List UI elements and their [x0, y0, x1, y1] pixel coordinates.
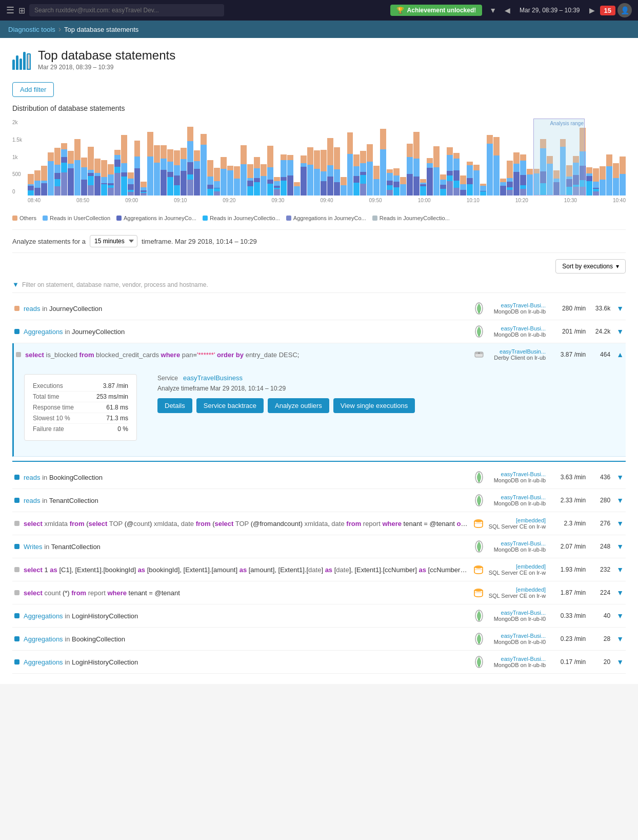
chart-bar — [353, 154, 360, 196]
chart-bar — [121, 135, 127, 196]
db-icon — [473, 325, 485, 338]
chevron-down-icon[interactable]: ▼ — [614, 565, 626, 574]
chart-bar — [147, 132, 153, 196]
legend-label: Reads in UserCollection — [50, 215, 110, 221]
chevron-up-icon[interactable]: ▲ — [614, 350, 626, 359]
chart-bar — [227, 166, 233, 196]
legend-color-dot — [203, 216, 208, 221]
statement-row[interactable]: select count (*) from report where tenan… — [12, 581, 626, 604]
time-range-display: Mar 29, 08:39 – 10:39 — [515, 7, 584, 14]
statement-row[interactable]: Aggregations in JourneyCollection easyTr… — [12, 320, 626, 343]
breadcrumb-parent[interactable]: Diagnostic tools — [8, 26, 55, 33]
details-button[interactable]: Details — [157, 398, 192, 413]
filter-icon: ▼ — [12, 281, 19, 288]
row-color-indicator — [14, 521, 19, 526]
execution-rate: 3.87 /min — [550, 351, 586, 358]
statement-row[interactable]: Aggregations in BookingCollection easyTr… — [12, 628, 626, 651]
user-avatar[interactable]: 👤 — [617, 3, 632, 17]
statement-row[interactable]: select xmldata from (select TOP (@count)… — [12, 512, 626, 535]
chevron-down-icon[interactable]: ▼ — [614, 473, 626, 481]
statement-row[interactable]: select is_blocked from blocked_credit_ca… — [12, 343, 626, 366]
row-color-indicator — [14, 636, 19, 641]
chart-bar — [134, 141, 141, 196]
chart-bar — [247, 164, 253, 196]
x-label: 10:30 — [564, 198, 577, 203]
legend-item: Others — [12, 215, 36, 221]
execution-rate: 3.63 /min — [550, 474, 586, 481]
slowest-value: 71.3 ms — [106, 415, 128, 422]
db-info: [embedded] SQL Server CE on lr-w — [489, 587, 546, 599]
statement-text: Writes in TenantCollection — [24, 543, 469, 551]
section-separator — [12, 461, 626, 462]
sort-filter-row: Sort by executions ▾ — [12, 259, 626, 274]
add-filter-button[interactable]: Add filter — [12, 82, 54, 97]
row-color-indicator — [14, 613, 19, 618]
service-backtrace-button[interactable]: Service backtrace — [196, 398, 264, 413]
legend-label: Others — [19, 215, 36, 221]
statement-row[interactable]: reads in BookingCollection easyTravel-Bu… — [12, 466, 626, 489]
total-time-label: Total time — [33, 393, 59, 400]
filter-icon-btn[interactable]: ▼ — [486, 4, 500, 16]
chevron-down-icon[interactable]: ▼ — [614, 612, 626, 620]
search-input[interactable] — [29, 4, 224, 16]
chart-bar — [540, 139, 546, 196]
db-name: [embedded] — [489, 517, 546, 523]
db-host: MongoDB on lr-ub-lb — [489, 500, 546, 506]
view-single-executions-button[interactable]: View single executions — [333, 398, 415, 413]
next-btn[interactable]: ▶ — [586, 4, 598, 16]
chevron-down-icon[interactable]: ▼ — [614, 542, 626, 551]
prev-btn[interactable]: ◀ — [502, 4, 513, 16]
statement-row[interactable]: Aggregations in LoginHistoryCollection e… — [12, 651, 626, 674]
db-host: SQL Server CE on lr-w — [489, 593, 546, 599]
sort-button[interactable]: Sort by executions ▾ — [555, 259, 626, 274]
svg-point-6 — [478, 353, 480, 354]
execution-count: 248 — [590, 543, 610, 550]
db-icon — [472, 563, 485, 576]
chart-bar — [513, 152, 520, 196]
analyze-bar: Analyze statements for a 15 minutes 5 mi… — [12, 229, 626, 253]
hamburger-icon[interactable]: ☰ — [6, 5, 14, 16]
chart-bar — [108, 164, 114, 196]
chevron-down-icon[interactable]: ▼ — [614, 519, 626, 528]
main-content: Top database statements Mar 29 2018, 08:… — [0, 38, 638, 684]
chevron-down-icon[interactable]: ▼ — [614, 496, 626, 504]
timeframe-select[interactable]: 15 minutes 5 minutes 30 minutes 1 hour — [90, 235, 137, 247]
db-info: easyTravel-Busi... MongoDB on lr-ub-l0 — [489, 633, 546, 645]
db-name: easyTravel-Busi... — [489, 633, 546, 639]
chevron-down-icon[interactable]: ▼ — [614, 658, 626, 666]
execution-count: 33.6k — [590, 305, 610, 312]
row-color-indicator — [16, 352, 21, 357]
chevron-down-icon[interactable]: ▼ — [614, 304, 626, 312]
page-icon — [12, 49, 31, 70]
statement-row[interactable]: reads in JourneyCollection easyTravel-Bu… — [12, 297, 626, 320]
x-label: 09:10 — [174, 198, 187, 203]
statement-row[interactable]: Writes in TenantCollection easyTravel-Bu… — [12, 535, 626, 558]
chart-bar — [34, 170, 41, 196]
analyze-outliers-button[interactable]: Analyze outliers — [268, 398, 329, 413]
chevron-down-icon[interactable]: ▼ — [614, 589, 626, 597]
filter-bar[interactable]: ▼ Filter on statement, database name, ve… — [12, 277, 626, 293]
statement-text: Aggregations in LoginHistoryCollection — [24, 658, 469, 666]
chevron-down-icon[interactable]: ▼ — [614, 635, 626, 643]
db-info: [embedded] SQL Server CE on lr-w — [489, 517, 546, 530]
chart-bar — [101, 160, 107, 196]
chevron-down-icon[interactable]: ▼ — [614, 327, 626, 336]
legend-item: Aggregations in JourneyCo... — [116, 215, 196, 221]
executions-value: 3.87 /min — [103, 382, 128, 389]
statement-row[interactable]: select 1 as [C1], [Extent1].[bookingId] … — [12, 558, 626, 581]
statement-row[interactable]: Aggregations in LoginHistoryCollection e… — [12, 604, 626, 628]
chart-bar — [141, 182, 147, 196]
legend-label: Reads in JourneyCollectio... — [210, 215, 280, 221]
grid-icon[interactable]: ⊞ — [18, 6, 25, 15]
detail-grid: Executions 3.87 /min Total time 253 ms/m… — [24, 374, 615, 441]
db-info: easyTravel-Busi... MongoDB on lr-ub-lb — [489, 540, 546, 553]
chart-bar — [547, 156, 553, 196]
statement-text: Aggregations in JourneyCollection — [24, 328, 469, 336]
db-icon — [473, 471, 485, 483]
chart-bar — [573, 156, 579, 196]
chart-bar — [520, 154, 526, 196]
legend-color-dot — [286, 216, 291, 221]
db-info: easyTravel-Busi... MongoDB on lr-ub-lb — [489, 471, 546, 483]
statement-row[interactable]: reads in TenantCollection easyTravel-Bus… — [12, 489, 626, 512]
x-label: 09:50 — [369, 198, 382, 203]
